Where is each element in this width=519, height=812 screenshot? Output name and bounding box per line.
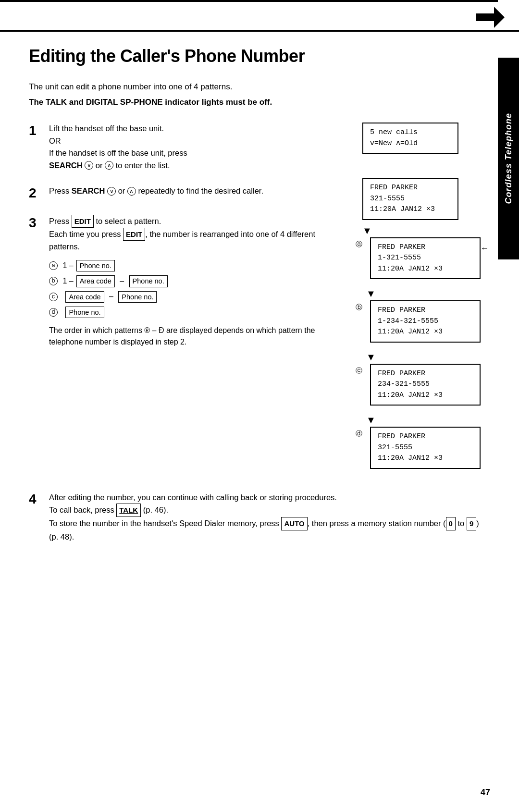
display-3b-line2: 1-234-321-5555 (378, 316, 473, 327)
pattern-a: a 1 – Phone no. (49, 260, 341, 271)
step-4-content: After editing the number, you can contin… (49, 491, 481, 543)
displays-column: 5 new calls v=New ʌ=Old FRED PARKER 321-… (356, 123, 481, 477)
display-step3a: ← FRED PARKER 1-321-5555 11:20A JAN12 ×3 (370, 237, 481, 280)
display-3c-line1: FRED PARKER (378, 369, 473, 380)
search-up-2-icon: ∧ (127, 187, 136, 196)
key-0: 0 (446, 517, 456, 530)
pattern-c: c Area code – Phone no. (49, 291, 341, 303)
display-step2-line1: FRED PARKER (370, 183, 451, 194)
label-a: ⓐ (356, 237, 366, 249)
display-3c-line3: 11:20A JAN12 ×3 (378, 390, 473, 401)
step-4: 4 After editing the number, you can cont… (29, 491, 481, 543)
display-3a-line3: 11:20A JAN12 ×3 (378, 264, 473, 275)
display-step1-line1: 5 new calls (370, 127, 451, 138)
circle-b: b (49, 277, 58, 285)
step-3-content: Press EDIT to select a pattern. Each tim… (49, 215, 341, 348)
side-label: Cordless Telephone (498, 58, 519, 259)
circle-a: a (49, 261, 58, 270)
pattern-b: b 1 – Area code – Phone no. (49, 275, 341, 287)
steps-right: 5 new calls v=New ʌ=Old FRED PARKER 321-… (356, 123, 481, 477)
top-banner (0, 3, 519, 32)
next-arrow-icon (476, 7, 505, 28)
auto-key: AUTO (281, 517, 307, 530)
page-title: Editing the Caller's Phone Number (29, 46, 481, 66)
search-down-icon: ∨ (85, 161, 93, 170)
step-3-number: 3 (29, 215, 42, 231)
display-step1: 5 new calls v=New ʌ=Old (362, 123, 458, 154)
page-number: 47 (481, 787, 490, 798)
side-label-text: Cordless Telephone (504, 113, 514, 204)
step-2: 2 Press SEARCH ∨ or ∧ repeatedly to find… (29, 185, 341, 201)
pattern-list: a 1 – Phone no. b 1 – Area code – Phone … (49, 260, 341, 318)
svg-rect-0 (476, 13, 496, 21)
search-down-2-icon: ∨ (107, 187, 116, 196)
area-code-box-b: Area code (76, 275, 115, 287)
circle-d: d (49, 308, 58, 317)
arrow-down-4: ▼ (366, 415, 376, 425)
step-1-content: Lift the handset off the base unit. OR I… (49, 123, 341, 172)
display-3a-line1: FRED PARKER (378, 242, 473, 253)
display-3d-line1: FRED PARKER (378, 431, 473, 443)
display-step1-line2: v=New ʌ=Old (370, 138, 451, 149)
display-3a-line2: 1-321-5555 (378, 253, 473, 264)
arrow-down-3: ▼ (366, 352, 376, 362)
display-3b-line3: 11:20A JAN12 ×3 (378, 327, 473, 338)
display-step3c: FRED PARKER 234-321-5555 11:20A JAN12 ×3 (370, 364, 481, 406)
intro-line2: The TALK and DIGITAL SP-PHONE indicator … (29, 96, 481, 109)
step-1: 1 Lift the handset off the base unit. OR… (29, 123, 341, 172)
step4-line1: After editing the number, you can contin… (49, 493, 337, 502)
display-3c-line2: 234-321-5555 (378, 379, 473, 390)
page-container: Cordless Telephone Editing the Caller's … (0, 0, 519, 812)
display-step3c-wrapper: ⓒ FRED PARKER 234-321-5555 11:20A JAN12 … (356, 364, 481, 412)
steps-area: 1 Lift the handset off the base unit. OR… (29, 123, 481, 477)
top-divider (0, 0, 498, 2)
display-3b-line1: FRED PARKER (378, 305, 473, 316)
step-3: 3 Press EDIT to select a pattern. Each t… (29, 215, 341, 348)
step-2-number: 2 (29, 185, 42, 201)
steps-left: 1 Lift the handset off the base unit. OR… (29, 123, 341, 477)
search-up-icon: ∧ (105, 161, 113, 170)
step-4-number: 4 (29, 491, 42, 543)
edit-key: EDIT (72, 215, 94, 228)
arrow-down-1: ▼ (362, 226, 372, 235)
display-step3d-wrapper: ⓓ FRED PARKER 321-5555 11:20A JAN12 ×3 (356, 427, 481, 475)
display-step3b-wrapper: ⓑ FRED PARKER 1-234-321-5555 11:20A JAN1… (356, 300, 481, 348)
main-content: Editing the Caller's Phone Number The un… (0, 32, 519, 562)
intro-line1: The unit can edit a phone number into on… (29, 81, 481, 93)
phone-no-box-a: Phone no. (76, 260, 115, 271)
svg-marker-1 (494, 7, 505, 28)
label-c: ⓒ (356, 364, 366, 375)
display-step3a-wrapper: ⓐ ← FRED PARKER 1-321-5555 11:20A JAN12 … (356, 237, 481, 285)
display-step3b: FRED PARKER 1-234-321-5555 11:20A JAN12 … (370, 300, 481, 343)
step-2-content: Press SEARCH ∨ or ∧ repeatedly to find t… (49, 185, 341, 197)
phone-no-box-c: Phone no. (118, 291, 157, 303)
phone-no-box-b: Phone no. (129, 275, 168, 287)
display-step2-line2: 321-5555 (370, 194, 451, 205)
step-1-number: 1 (29, 123, 42, 139)
phone-no-box-d: Phone no. (65, 307, 104, 318)
display-step3d: FRED PARKER 321-5555 11:20A JAN12 ×3 (370, 427, 481, 469)
area-code-box-c: Area code (65, 291, 104, 303)
display-step2: FRED PARKER 321-5555 11:20A JAN12 ×3 (362, 178, 458, 220)
display-step2-line3: 11:20A JAN12 ×3 (370, 204, 451, 215)
label-b: ⓑ (356, 300, 366, 312)
display-3d-line2: 321-5555 (378, 443, 473, 454)
circle-c: c (49, 293, 58, 301)
arrow-down-2: ▼ (366, 289, 376, 298)
key-9: 9 (467, 517, 476, 530)
talk-key: TALK (116, 504, 141, 517)
pattern-note: The order in which patterns ® – Ð are di… (49, 325, 341, 348)
label-d: ⓓ (356, 427, 366, 438)
edit-key-2: EDIT (123, 228, 145, 241)
pattern-d: d Phone no. (49, 307, 341, 318)
display-3d-line3: 11:20A JAN12 ×3 (378, 453, 473, 464)
